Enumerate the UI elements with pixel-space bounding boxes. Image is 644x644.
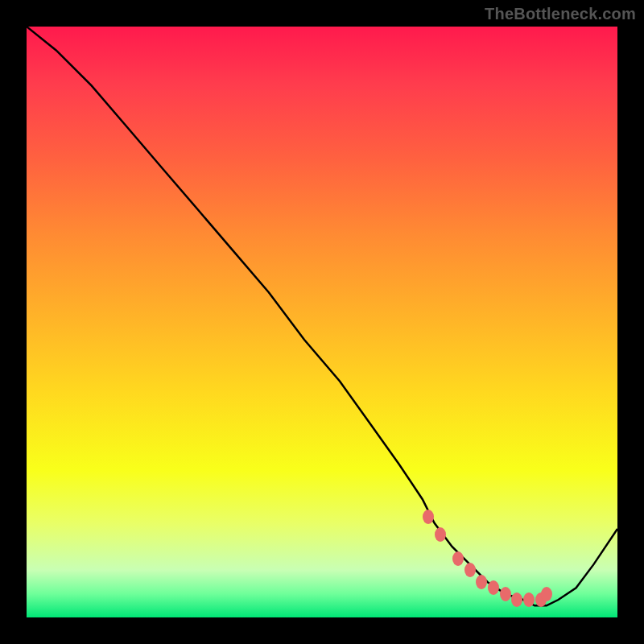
highlight-dot xyxy=(500,587,511,601)
highlight-dot xyxy=(464,563,476,577)
watermark-text: TheBottleneck.com xyxy=(485,5,636,23)
bottleneck-curve xyxy=(27,27,617,605)
curve-svg xyxy=(27,27,617,617)
highlight-dot xyxy=(476,575,487,589)
highlight-dot xyxy=(523,592,535,607)
highlight-dot xyxy=(435,527,446,542)
chart-frame: TheBottleneck.com xyxy=(0,0,644,644)
highlight-dot xyxy=(452,551,464,566)
highlight-dot xyxy=(488,580,499,595)
highlight-dot xyxy=(423,510,434,524)
highlight-dot xyxy=(541,587,552,601)
chart-plot-area xyxy=(27,27,617,617)
highlight-dot xyxy=(511,592,522,607)
